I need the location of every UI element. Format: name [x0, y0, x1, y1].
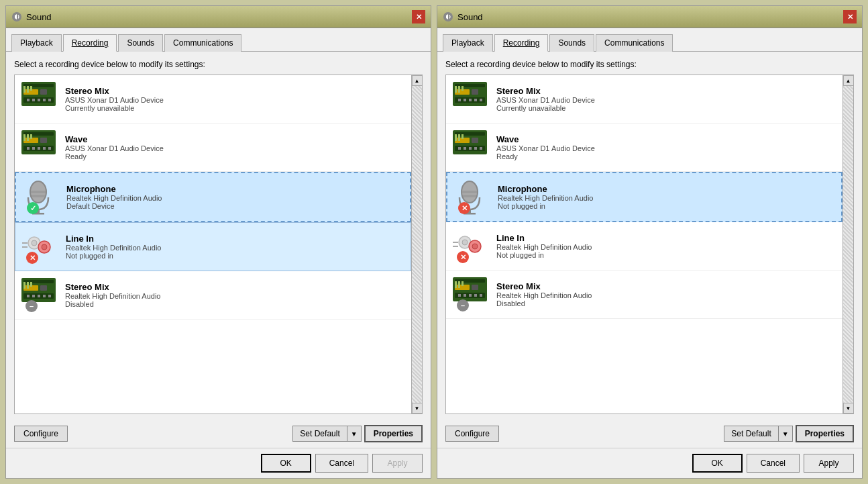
- set-default-button[interactable]: Set Default: [292, 426, 346, 442]
- svg-rect-59: [30, 191, 46, 193]
- tab-playback[interactable]: Playback: [11, 34, 62, 52]
- device-desc: Realtek High Definition Audio: [496, 243, 829, 251]
- device-item[interactable]: Stereo Mix ASUS Xonar D1 Audio Device Cu…: [446, 75, 843, 124]
- properties-button[interactable]: Properties: [364, 425, 423, 442]
- device-name: Stereo Mix: [65, 282, 398, 292]
- svg-rect-78: [48, 295, 51, 297]
- device-desc: ASUS Xonar D1 Audio Device: [496, 96, 829, 104]
- svg-point-119: [472, 244, 478, 249]
- device-name: Stereo Mix: [65, 86, 398, 96]
- device-list[interactable]: Stereo Mix ASUS Xonar D1 Audio Device Cu…: [445, 75, 854, 414]
- device-desc: ASUS Xonar D1 Audio Device: [496, 144, 829, 152]
- close-button[interactable]: ✕: [843, 10, 857, 23]
- device-item[interactable]: – Stereo Mix Realtek High Definition Aud…: [15, 271, 411, 320]
- svg-rect-128: [474, 294, 477, 297]
- svg-rect-101: [458, 147, 461, 150]
- device-status: Ready: [496, 152, 829, 160]
- svg-point-117: [462, 240, 468, 245]
- device-item[interactable]: ✓ Microphone Realtek High Definition Aud…: [15, 172, 411, 222]
- scroll-up-button[interactable]: ▲: [843, 75, 854, 86]
- set-default-dropdown[interactable]: ▼: [347, 426, 362, 442]
- device-item[interactable]: Wave ASUS Xonar D1 Audio Device Ready: [446, 124, 843, 172]
- device-info: Stereo Mix Realtek High Definition Audio…: [65, 282, 398, 308]
- svg-rect-79: [23, 282, 25, 289]
- svg-rect-106: [455, 134, 457, 141]
- svg-point-68: [42, 244, 47, 250]
- tab-sounds[interactable]: Sounds: [118, 34, 163, 52]
- device-desc: Realtek High Definition Audio: [66, 194, 396, 202]
- svg-point-66: [32, 240, 37, 246]
- device-item[interactable]: ✕ Microphone Realtek High Definition Aud…: [446, 172, 843, 222]
- scroll-down-button[interactable]: ▼: [412, 403, 423, 414]
- ok-button[interactable]: OK: [692, 454, 743, 473]
- device-status: Disabled: [496, 299, 829, 307]
- pcb-icon: [451, 129, 488, 166]
- title-bar-left: Sound: [443, 11, 483, 22]
- device-status: Default Device: [66, 202, 396, 210]
- device-item[interactable]: ✕ Line In Realtek High Definition Audio …: [15, 222, 411, 271]
- svg-rect-110: [462, 191, 478, 193]
- pcb2-icon: –: [451, 276, 488, 313]
- device-name: Microphone: [66, 184, 396, 194]
- device-item[interactable]: Wave ASUS Xonar D1 Audio Device Ready: [15, 124, 411, 172]
- sound-dialog: Sound ✕ PlaybackRecordingSoundsCommunica…: [5, 5, 431, 479]
- cancel-button[interactable]: Cancel: [747, 454, 800, 473]
- title-text: Sound: [457, 12, 483, 22]
- svg-rect-54: [48, 147, 51, 150]
- device-list[interactable]: Stereo Mix ASUS Xonar D1 Audio Device Cu…: [14, 75, 423, 414]
- configure-button[interactable]: Configure: [445, 426, 499, 442]
- svg-rect-38: [32, 99, 35, 101]
- device-status: Not plugged in: [66, 252, 397, 260]
- cancel-button[interactable]: Cancel: [315, 454, 368, 473]
- configure-button[interactable]: Configure: [14, 426, 68, 442]
- device-desc: Realtek High Definition Audio: [498, 194, 828, 202]
- device-info: Line In Realtek High Definition Audio No…: [66, 234, 397, 260]
- scroll-track[interactable]: [843, 86, 853, 403]
- apply-button[interactable]: Apply: [804, 454, 854, 473]
- device-info: Stereo Mix ASUS Xonar D1 Audio Device Cu…: [65, 86, 398, 112]
- device-info: Wave ASUS Xonar D1 Audio Device Ready: [65, 134, 398, 160]
- scroll-track[interactable]: [412, 86, 422, 403]
- device-item[interactable]: – Stereo Mix Realtek High Definition Aud…: [446, 271, 843, 319]
- title-bar-left: Sound: [11, 11, 52, 22]
- ok-button[interactable]: OK: [261, 454, 311, 473]
- tab-recording[interactable]: Recording: [63, 34, 117, 52]
- properties-button[interactable]: Properties: [796, 425, 854, 442]
- svg-rect-52: [38, 147, 40, 150]
- scroll-up-button[interactable]: ▲: [412, 75, 423, 86]
- set-default-button[interactable]: Set Default: [724, 426, 777, 442]
- tab-communications[interactable]: Communications: [596, 34, 673, 52]
- svg-rect-81: [30, 282, 32, 287]
- set-default-dropdown[interactable]: ▼: [778, 426, 793, 442]
- svg-rect-132: [462, 281, 464, 286]
- scroll-down-button[interactable]: ▼: [843, 403, 854, 414]
- svg-rect-131: [458, 281, 460, 288]
- title-bar: Sound ✕: [6, 6, 431, 28]
- pcb-icon: [20, 129, 57, 166]
- svg-rect-93: [455, 86, 457, 93]
- scrollbar[interactable]: ▲ ▼: [843, 75, 853, 414]
- tab-playback[interactable]: Playback: [443, 34, 493, 52]
- mic-icon: ✓: [21, 179, 58, 215]
- close-button[interactable]: ✕: [412, 10, 425, 23]
- tab-bar: PlaybackRecordingSoundsCommunications: [6, 28, 431, 52]
- tab-sounds[interactable]: Sounds: [549, 34, 594, 52]
- tab-communications[interactable]: Communications: [164, 34, 241, 52]
- device-desc: Realtek High Definition Audio: [66, 244, 397, 252]
- svg-rect-60: [30, 195, 46, 197]
- svg-rect-91: [474, 99, 477, 101]
- status-badge-red: ✕: [458, 202, 470, 214]
- device-desc: Realtek High Definition Audio: [65, 292, 398, 300]
- device-item[interactable]: Stereo Mix ASUS Xonar D1 Audio Device Cu…: [15, 75, 411, 124]
- device-item[interactable]: ✕ Line In Realtek High Definition Audio …: [446, 222, 843, 271]
- dialog-footer: OK Cancel Apply: [437, 448, 862, 478]
- device-status: Currently unavailable: [65, 104, 398, 112]
- instruction-text: Select a recording device below to modif…: [445, 60, 854, 69]
- svg-rect-75: [32, 295, 35, 297]
- status-badge-gray: –: [457, 299, 469, 311]
- tab-recording[interactable]: Recording: [494, 34, 549, 52]
- instruction-text: Select a recording device below to modif…: [14, 60, 423, 69]
- device-desc: Realtek High Definition Audio: [496, 291, 829, 299]
- scrollbar[interactable]: ▲ ▼: [411, 75, 422, 414]
- set-default-group: Set Default ▼: [724, 426, 792, 442]
